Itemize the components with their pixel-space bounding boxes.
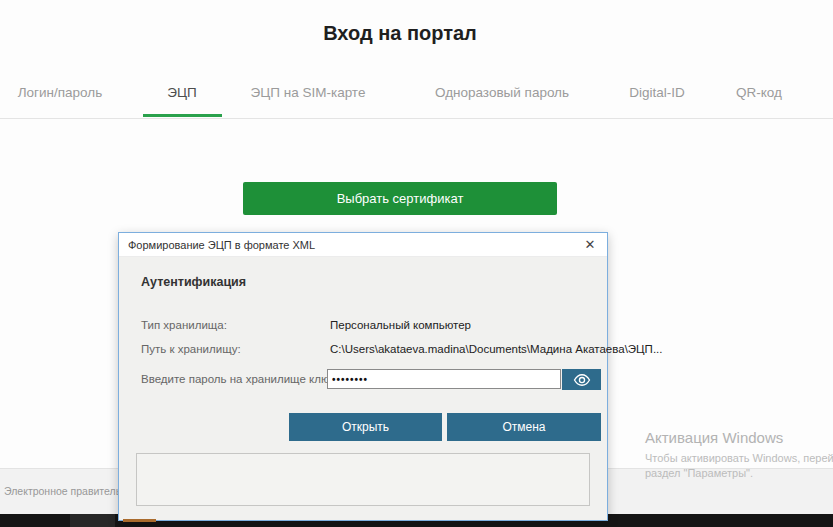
tab-ecp-sim-card[interactable]: ЭЦП на SIM-карте [251,85,366,100]
tabs-divider [0,118,833,119]
portal-login-screen: Вход на портал Логин/пароль ЭЦП ЭЦП на S… [0,0,833,527]
windows-activation-line3: раздел "Параметры". [645,467,753,479]
storage-type-value: Персональный компьютер [330,319,471,331]
storage-path-value: C:\Users\akataeva.madina\Documents\Мадин… [330,343,662,355]
dialog-heading: Аутентификация [141,275,246,289]
dialog-title-bar[interactable]: Формирование ЭЦП в формате XML ✕ [119,233,607,257]
taskbar-active-app-indicator [123,519,156,522]
tab-digital-id[interactable]: Digital-ID [629,85,685,100]
windows-activation-line2: Чтобы активировать Windows, перей [645,452,833,464]
page-title: Вход на портал [0,22,800,45]
storage-path-label: Путь к хранилищу: [141,343,241,355]
xml-signature-dialog: Формирование ЭЦП в формате XML ✕ Аутенти… [118,232,608,521]
eye-icon [573,373,591,387]
windows-activation-title: Активация Windows [645,429,783,446]
dialog-title: Формирование ЭЦП в формате XML [119,239,315,251]
cancel-button[interactable]: Отмена [447,413,601,441]
tab-login-password[interactable]: Логин/пароль [18,85,103,100]
close-icon[interactable]: ✕ [579,233,601,256]
tab-one-time-password[interactable]: Одноразовый пароль [435,85,569,100]
tab-qr-code[interactable]: QR-код [736,85,782,100]
message-box [136,453,590,506]
select-certificate-button[interactable]: Выбрать сертификат [243,182,557,215]
active-tab-underline [143,114,222,117]
tab-ecp[interactable]: ЭЦП [167,85,196,100]
taskbar-app-segment[interactable] [70,514,115,527]
storage-type-label: Тип хранилища: [141,319,227,331]
show-password-button[interactable] [562,369,601,390]
password-input[interactable] [327,369,561,389]
password-label: Введите пароль на хранилище ключей: [141,373,351,385]
open-button[interactable]: Открыть [289,413,442,441]
